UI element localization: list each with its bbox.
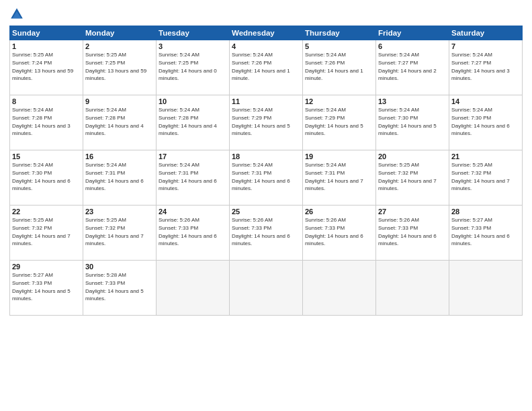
day-info: Sunrise: 5:25 AMSunset: 7:25 PMDaylight:…	[85, 52, 146, 81]
calendar-day-cell: 21 Sunrise: 5:25 AMSunset: 7:32 PMDaylig…	[449, 150, 523, 205]
day-info: Sunrise: 5:24 AMSunset: 7:27 PMDaylight:…	[451, 52, 510, 81]
day-info: Sunrise: 5:24 AMSunset: 7:25 PMDaylight:…	[159, 52, 217, 81]
day-number: 11	[232, 97, 300, 105]
calendar-day-cell: 14 Sunrise: 5:24 AMSunset: 7:30 PMDaylig…	[449, 95, 523, 150]
calendar-day-cell: 22 Sunrise: 5:25 AMSunset: 7:32 PMDaylig…	[10, 205, 83, 261]
day-number: 7	[451, 42, 520, 50]
calendar-day-cell: 5 Sunrise: 5:24 AMSunset: 7:26 PMDayligh…	[303, 40, 376, 95]
day-info: Sunrise: 5:26 AMSunset: 7:33 PMDaylight:…	[232, 217, 290, 246]
calendar-day-cell: 29 Sunrise: 5:27 AMSunset: 7:33 PMDaylig…	[10, 261, 83, 316]
header-sunday: Sunday	[10, 26, 83, 40]
day-info: Sunrise: 5:25 AMSunset: 7:32 PMDaylight:…	[378, 162, 437, 191]
day-info: Sunrise: 5:24 AMSunset: 7:31 PMDaylight:…	[232, 162, 290, 191]
weekday-header-row: Sunday Monday Tuesday Wednesday Thursday…	[10, 26, 523, 40]
day-info: Sunrise: 5:24 AMSunset: 7:31 PMDaylight:…	[159, 162, 217, 191]
day-info: Sunrise: 5:26 AMSunset: 7:33 PMDaylight:…	[159, 217, 217, 246]
day-number: 17	[159, 152, 227, 161]
calendar-day-cell: 12 Sunrise: 5:24 AMSunset: 7:29 PMDaylig…	[303, 95, 376, 150]
day-number: 12	[305, 97, 373, 105]
calendar-day-cell: 10 Sunrise: 5:24 AMSunset: 7:28 PMDaylig…	[157, 95, 230, 150]
calendar-day-cell	[303, 261, 376, 316]
calendar-week-row: 15 Sunrise: 5:24 AMSunset: 7:30 PMDaylig…	[10, 150, 523, 205]
day-number: 5	[305, 42, 373, 50]
calendar-day-cell: 15 Sunrise: 5:24 AMSunset: 7:30 PMDaylig…	[10, 150, 83, 205]
calendar-day-cell: 18 Sunrise: 5:24 AMSunset: 7:31 PMDaylig…	[230, 150, 303, 205]
day-number: 24	[159, 208, 227, 216]
calendar-day-cell	[449, 261, 523, 316]
day-info: Sunrise: 5:25 AMSunset: 7:32 PMDaylight:…	[451, 162, 510, 191]
day-number: 1	[12, 42, 81, 50]
calendar-day-cell: 3 Sunrise: 5:24 AMSunset: 7:25 PMDayligh…	[157, 40, 230, 95]
day-info: Sunrise: 5:27 AMSunset: 7:33 PMDaylight:…	[12, 272, 71, 302]
header-thursday: Thursday	[303, 26, 376, 40]
calendar-day-cell: 1 Sunrise: 5:25 AMSunset: 7:24 PMDayligh…	[10, 40, 83, 95]
calendar-day-cell: 2 Sunrise: 5:25 AMSunset: 7:25 PMDayligh…	[83, 40, 157, 95]
calendar-day-cell: 6 Sunrise: 5:24 AMSunset: 7:27 PMDayligh…	[376, 40, 449, 95]
day-info: Sunrise: 5:24 AMSunset: 7:29 PMDaylight:…	[305, 107, 363, 136]
calendar-week-row: 29 Sunrise: 5:27 AMSunset: 7:33 PMDaylig…	[10, 261, 523, 316]
calendar-table: Sunday Monday Tuesday Wednesday Thursday…	[9, 26, 523, 316]
day-number: 18	[232, 152, 300, 161]
day-info: Sunrise: 5:24 AMSunset: 7:26 PMDaylight:…	[232, 52, 290, 81]
day-info: Sunrise: 5:26 AMSunset: 7:33 PMDaylight:…	[305, 217, 363, 246]
calendar-day-cell: 9 Sunrise: 5:24 AMSunset: 7:28 PMDayligh…	[83, 95, 157, 150]
calendar-day-cell: 23 Sunrise: 5:25 AMSunset: 7:32 PMDaylig…	[83, 205, 157, 261]
day-number: 9	[85, 97, 154, 105]
calendar-day-cell	[230, 261, 303, 316]
day-info: Sunrise: 5:24 AMSunset: 7:30 PMDaylight:…	[378, 107, 437, 136]
day-info: Sunrise: 5:24 AMSunset: 7:31 PMDaylight:…	[85, 162, 144, 191]
calendar-day-cell: 8 Sunrise: 5:24 AMSunset: 7:28 PMDayligh…	[10, 95, 83, 150]
day-info: Sunrise: 5:24 AMSunset: 7:28 PMDaylight:…	[85, 107, 144, 136]
day-info: Sunrise: 5:24 AMSunset: 7:28 PMDaylight:…	[12, 107, 71, 136]
header-wednesday: Wednesday	[230, 26, 303, 40]
calendar-day-cell: 4 Sunrise: 5:24 AMSunset: 7:26 PMDayligh…	[230, 40, 303, 95]
calendar-day-cell: 7 Sunrise: 5:24 AMSunset: 7:27 PMDayligh…	[449, 40, 523, 95]
day-info: Sunrise: 5:25 AMSunset: 7:32 PMDaylight:…	[85, 217, 144, 246]
day-number: 30	[85, 263, 154, 271]
day-info: Sunrise: 5:28 AMSunset: 7:33 PMDaylight:…	[85, 272, 144, 302]
calendar-day-cell: 28 Sunrise: 5:27 AMSunset: 7:33 PMDaylig…	[449, 205, 523, 261]
day-info: Sunrise: 5:24 AMSunset: 7:28 PMDaylight:…	[159, 107, 217, 136]
day-number: 8	[12, 97, 81, 105]
day-info: Sunrise: 5:24 AMSunset: 7:30 PMDaylight:…	[12, 162, 71, 191]
day-info: Sunrise: 5:24 AMSunset: 7:30 PMDaylight:…	[451, 107, 510, 136]
calendar-day-cell: 11 Sunrise: 5:24 AMSunset: 7:29 PMDaylig…	[230, 95, 303, 150]
calendar-day-cell: 13 Sunrise: 5:24 AMSunset: 7:30 PMDaylig…	[376, 95, 449, 150]
calendar-week-row: 22 Sunrise: 5:25 AMSunset: 7:32 PMDaylig…	[10, 205, 523, 261]
calendar-day-cell: 20 Sunrise: 5:25 AMSunset: 7:32 PMDaylig…	[376, 150, 449, 205]
day-info: Sunrise: 5:24 AMSunset: 7:27 PMDaylight:…	[378, 52, 437, 81]
day-number: 21	[451, 152, 520, 161]
page-header	[9, 7, 523, 21]
logo-icon	[9, 7, 24, 21]
day-number: 6	[378, 42, 447, 50]
day-number: 10	[159, 97, 227, 105]
day-number: 16	[85, 152, 154, 161]
day-number: 15	[12, 152, 81, 161]
day-number: 22	[12, 208, 81, 216]
day-number: 26	[305, 208, 373, 216]
day-number: 29	[12, 263, 81, 271]
calendar-day-cell: 26 Sunrise: 5:26 AMSunset: 7:33 PMDaylig…	[303, 205, 376, 261]
calendar-day-cell	[157, 261, 230, 316]
day-info: Sunrise: 5:24 AMSunset: 7:29 PMDaylight:…	[232, 107, 290, 136]
day-number: 2	[85, 42, 154, 50]
day-info: Sunrise: 5:27 AMSunset: 7:33 PMDaylight:…	[451, 217, 510, 246]
calendar-day-cell: 16 Sunrise: 5:24 AMSunset: 7:31 PMDaylig…	[83, 150, 157, 205]
day-number: 25	[232, 208, 300, 216]
calendar-day-cell: 25 Sunrise: 5:26 AMSunset: 7:33 PMDaylig…	[230, 205, 303, 261]
day-number: 23	[85, 208, 154, 216]
header-saturday: Saturday	[449, 26, 523, 40]
day-number: 20	[378, 152, 447, 161]
header-monday: Monday	[83, 26, 157, 40]
day-number: 28	[451, 208, 520, 216]
header-tuesday: Tuesday	[157, 26, 230, 40]
day-number: 14	[451, 97, 520, 105]
header-friday: Friday	[376, 26, 449, 40]
day-number: 19	[305, 152, 373, 161]
calendar-day-cell: 27 Sunrise: 5:26 AMSunset: 7:33 PMDaylig…	[376, 205, 449, 261]
day-number: 27	[378, 208, 447, 216]
day-info: Sunrise: 5:24 AMSunset: 7:31 PMDaylight:…	[305, 162, 363, 191]
day-info: Sunrise: 5:25 AMSunset: 7:24 PMDaylight:…	[12, 52, 73, 81]
day-number: 4	[232, 42, 300, 50]
day-info: Sunrise: 5:26 AMSunset: 7:33 PMDaylight:…	[378, 217, 437, 246]
